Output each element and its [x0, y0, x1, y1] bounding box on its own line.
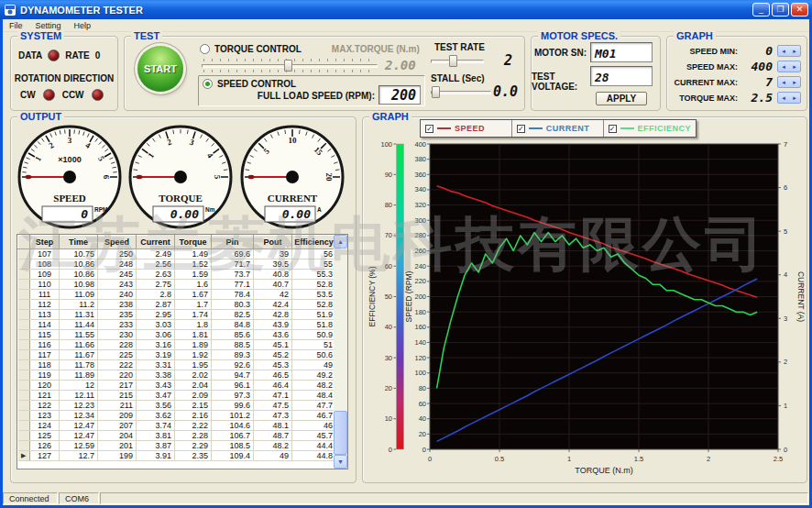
table-row[interactable]: 10910.862452.631.5973.740.855.3: [18, 270, 336, 280]
table-row[interactable]: 11611.662283.161.8988.545.151: [18, 340, 336, 350]
table-row[interactable]: 11111.092402.81.6778.44253.5: [18, 290, 336, 300]
table-row[interactable]: 11311.312352.951.7482.542.851.9: [18, 310, 336, 320]
right-arrow-icon[interactable]: ▸: [789, 93, 800, 103]
menu-setting[interactable]: Setting: [29, 21, 68, 30]
restore-button[interactable]: ❐: [772, 3, 789, 17]
table-cell: 2.56: [137, 260, 175, 270]
table-row[interactable]: 11811.782223.311.9592.645.349: [18, 360, 336, 370]
close-button[interactable]: ✕: [791, 3, 808, 17]
full-load-speed-label: FULL LOAD SPEED (RPM):: [258, 91, 375, 101]
table-scrollbar[interactable]: ▲ ▼: [334, 235, 347, 469]
table-row[interactable]: 12412.472073.742.22104.648.146: [18, 421, 336, 431]
right-arrow-icon[interactable]: ▸: [789, 46, 800, 56]
current-max-spinner[interactable]: ◂▸: [777, 76, 801, 88]
row-selector[interactable]: ▶: [18, 451, 30, 461]
table-row[interactable]: 11911.892203.382.0294.746.549.2: [18, 370, 336, 381]
minimize-button[interactable]: _: [752, 3, 770, 17]
motor-sn-input[interactable]: M01: [590, 42, 653, 62]
speed-checkbox[interactable]: ✓: [425, 125, 433, 133]
row-selector[interactable]: [18, 381, 30, 391]
torque-max-spinner[interactable]: ◂▸: [777, 92, 801, 104]
svg-text:140: 140: [414, 338, 426, 347]
table-row[interactable]: 10810.862482.561.5271.739.555: [18, 260, 336, 270]
table-row[interactable]: 12212.232113.562.1599.647.547.7: [18, 401, 336, 411]
legend-item-speed[interactable]: ✓ SPEED: [421, 120, 512, 137]
row-selector[interactable]: [18, 280, 30, 290]
full-load-speed-input[interactable]: 200: [379, 85, 421, 105]
table-row[interactable]: 11511.552303.061.8185.643.650.9: [18, 330, 336, 340]
titlebar[interactable]: DYNAMOMETER TESTER _ ❐ ✕: [0, 0, 812, 19]
speed-max-value: 400: [738, 60, 773, 73]
test-voltage-input[interactable]: 28: [590, 66, 653, 86]
column-header[interactable]: Efficiency: [292, 236, 336, 249]
table-row[interactable]: 12512.472043.812.28106.748.745.7: [18, 431, 336, 441]
table-cell: 2.75: [137, 280, 175, 290]
table-row[interactable]: 120122173.432.0496.146.448.2: [18, 381, 336, 391]
legend-item-efficiency[interactable]: ✓ EFFICIENCY: [604, 120, 697, 137]
legend-item-current[interactable]: ✓ CURRENT: [512, 120, 604, 137]
scroll-up-icon[interactable]: ▲: [334, 235, 347, 248]
speed-min-spinner[interactable]: ◂▸: [777, 45, 801, 57]
row-selector[interactable]: [18, 270, 30, 280]
scrollbar-thumb[interactable]: [334, 411, 347, 455]
table-cell: 51: [292, 340, 336, 350]
column-header[interactable]: Time: [60, 236, 98, 249]
test-rate-slider[interactable]: [431, 54, 484, 68]
svg-text:10: 10: [289, 136, 298, 145]
column-header[interactable]: Current: [137, 236, 175, 249]
table-cell: 2.09: [175, 391, 212, 401]
table-row[interactable]: 12112.112153.472.0997.347.148.4: [18, 391, 336, 401]
column-header[interactable]: Speed: [98, 236, 137, 249]
row-selector[interactable]: [18, 411, 30, 421]
start-button[interactable]: START: [137, 46, 183, 92]
row-selector[interactable]: [18, 370, 30, 381]
left-arrow-icon[interactable]: ◂: [778, 46, 789, 56]
current-checkbox[interactable]: ✓: [517, 125, 525, 133]
table-row[interactable]: 10710.752502.491.4969.63956: [18, 249, 336, 260]
stall-slider[interactable]: [431, 85, 491, 99]
menu-file[interactable]: File: [3, 21, 29, 30]
table-row[interactable]: 11211.22382.871.780.342.452.8: [18, 300, 336, 310]
menu-help[interactable]: Help: [68, 21, 98, 30]
row-selector[interactable]: [18, 310, 30, 320]
row-selector[interactable]: [18, 360, 30, 370]
svg-text:1: 1: [784, 402, 787, 410]
scroll-down-icon[interactable]: ▼: [334, 455, 347, 469]
speed-max-spinner[interactable]: ◂▸: [777, 61, 801, 72]
row-selector[interactable]: [18, 300, 30, 310]
row-selector[interactable]: [18, 401, 30, 411]
column-header[interactable]: Step: [30, 236, 60, 249]
column-header[interactable]: Pout: [254, 236, 292, 249]
table-row[interactable]: 12612.592013.872.29108.548.244.4: [18, 441, 336, 451]
row-selector[interactable]: [18, 260, 30, 270]
speed-control-radio[interactable]: [203, 79, 213, 89]
column-header[interactable]: Torque: [175, 236, 212, 249]
column-header[interactable]: Pin: [212, 236, 254, 249]
apply-button[interactable]: APPLY: [596, 92, 647, 105]
table-row[interactable]: 11711.672253.191.9289.345.250.6: [18, 350, 336, 360]
row-selector[interactable]: [18, 249, 30, 260]
row-selector[interactable]: [18, 330, 30, 340]
row-selector[interactable]: [18, 391, 30, 401]
table-cell: 47.7: [292, 401, 336, 411]
row-selector[interactable]: [18, 340, 30, 350]
table-row[interactable]: 11010.982432.751.677.140.752.8: [18, 280, 336, 290]
table-row[interactable]: 11411.442333.031.884.843.951.8: [18, 320, 336, 330]
efficiency-checkbox[interactable]: ✓: [609, 125, 617, 133]
torque-control-radio[interactable]: [200, 44, 210, 54]
row-selector[interactable]: [18, 290, 30, 300]
table-cell: 78.4: [212, 290, 254, 300]
row-selector[interactable]: [18, 441, 30, 451]
table-row[interactable]: 12312.342093.622.16101.247.346.7: [18, 411, 336, 421]
right-arrow-icon[interactable]: ▸: [789, 77, 800, 87]
left-arrow-icon[interactable]: ◂: [778, 77, 789, 87]
row-selector[interactable]: [18, 350, 30, 360]
left-arrow-icon[interactable]: ◂: [778, 61, 789, 72]
max-torque-slider[interactable]: [202, 59, 378, 72]
row-selector[interactable]: [18, 421, 30, 431]
table-row[interactable]: ▶12712.71993.912.35109.44944.8: [18, 451, 336, 461]
right-arrow-icon[interactable]: ▸: [789, 61, 800, 72]
left-arrow-icon[interactable]: ◂: [778, 93, 789, 103]
row-selector[interactable]: [18, 320, 30, 330]
row-selector[interactable]: [18, 431, 30, 441]
